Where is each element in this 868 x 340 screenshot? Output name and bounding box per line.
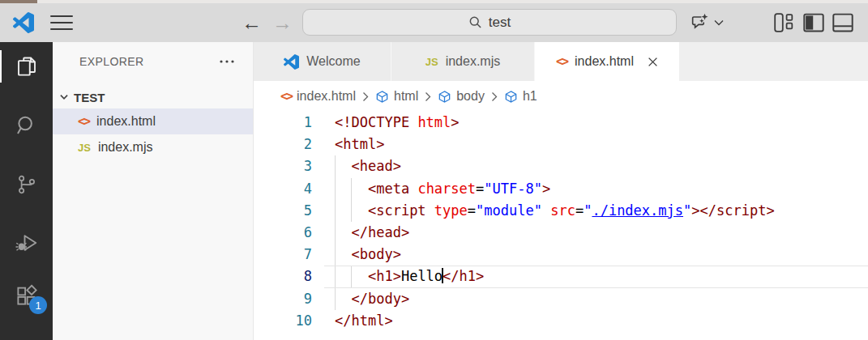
toggle-sidebar-button[interactable] [803, 3, 824, 42]
breadcrumb-label: html [394, 89, 418, 104]
close-tab-button[interactable] [648, 57, 658, 67]
code-token: src [550, 202, 575, 219]
activity-item-source-control[interactable] [0, 165, 53, 204]
line-number[interactable]: 7 [254, 244, 312, 266]
code-token [335, 291, 351, 307]
forward-arrow-button[interactable]: → [272, 3, 293, 42]
tab-index-mjs[interactable]: JSindex.mjs [391, 42, 535, 81]
chevron-down-icon [58, 91, 70, 103]
line-number[interactable]: 2 [254, 134, 312, 155]
code-token [335, 202, 368, 219]
line-content[interactable]: <script type="module" src="./index.mjs">… [324, 200, 868, 222]
code-token: <h1> [368, 268, 401, 284]
close-icon [648, 57, 658, 67]
line-number[interactable]: 3 [254, 155, 312, 177]
code-token [542, 202, 550, 219]
symbol-breadcrumb-icon [504, 90, 518, 104]
line-content[interactable]: <html> [324, 134, 868, 155]
breadcrumb-label: body [456, 89, 485, 104]
explorer-sidebar: EXPLORER TEST <>index.htmlJSindex.mjs [53, 42, 254, 340]
code-token: Hello [401, 268, 443, 284]
code-line-10: 10</html> [254, 310, 868, 332]
breadcrumb-item-index-html[interactable]: <>index.html [280, 89, 356, 104]
code-token: > [542, 181, 550, 197]
chevron-right-icon [362, 91, 369, 102]
tab-label: Welcome [306, 54, 360, 69]
code-token [409, 114, 417, 130]
line-content[interactable]: <body> [324, 244, 868, 266]
line-number[interactable]: 8 [254, 266, 312, 287]
chevron-right-icon [425, 91, 431, 102]
file-label: index.html [96, 114, 156, 129]
activity-item-extensions[interactable]: 1 [0, 276, 53, 315]
line-number[interactable]: 6 [254, 222, 312, 244]
code-editor[interactable]: 1<!DOCTYPE html>2<html>3 <head>4 <meta c… [254, 112, 868, 340]
breadcrumb-item-body[interactable]: body [438, 89, 485, 104]
search-icon [15, 113, 39, 138]
run-debug-icon [15, 231, 39, 255]
tab-label: index.html [575, 54, 634, 69]
symbol-breadcrumb-icon [375, 90, 389, 104]
extensions-badge: 1 [29, 296, 47, 314]
html-file-icon: <> [78, 114, 89, 129]
menu-icon[interactable] [50, 15, 73, 30]
code-token: > [451, 114, 459, 130]
chat-sparkle-icon [689, 12, 710, 33]
back-arrow-button[interactable]: ← [242, 3, 262, 42]
code-token: = [476, 181, 484, 197]
code-line-4: 4 <meta charset="UTF-8"> [254, 178, 868, 200]
code-token: charset [417, 181, 476, 197]
activity-item-run-debug[interactable] [0, 223, 53, 262]
code-token: type [434, 202, 468, 219]
code-token: <script [368, 202, 426, 219]
line-number[interactable]: 1 [254, 112, 312, 134]
code-token: <meta [368, 181, 409, 197]
breadcrumb-item-h1[interactable]: h1 [504, 89, 537, 104]
activity-item-explorer[interactable] [0, 47, 53, 86]
chevron-down-icon [714, 19, 724, 26]
line-content[interactable]: <meta charset="UTF-8"> [324, 178, 868, 200]
code-token: <html> [335, 136, 384, 152]
line-number[interactable]: 5 [254, 200, 312, 222]
more-actions-icon[interactable] [219, 59, 235, 64]
source-control-icon [15, 173, 38, 196]
line-content[interactable]: </body> [324, 288, 868, 310]
line-number[interactable]: 4 [254, 178, 312, 200]
code-line-1: 1<!DOCTYPE html> [254, 112, 868, 134]
tab-welcome[interactable]: Welcome [254, 42, 391, 81]
toggle-panel-button[interactable] [832, 3, 853, 42]
code-token: </h1> [443, 268, 484, 284]
toggle-sidebar-icon [803, 13, 824, 32]
line-content[interactable]: </html> [324, 310, 868, 332]
code-token [335, 268, 368, 284]
activity-item-search[interactable] [0, 106, 53, 145]
code-line-9: 9 </body> [254, 288, 868, 310]
line-content[interactable]: <head> [324, 155, 868, 177]
file-index-mjs[interactable]: JSindex.mjs [53, 134, 253, 160]
file-list: <>index.htmlJSindex.mjs [53, 108, 253, 160]
code-line-5: 5 <script type="module" src="./index.mjs… [254, 200, 868, 222]
line-content[interactable]: <h1>Hello</h1> [324, 266, 868, 287]
line-content[interactable]: <!DOCTYPE html> [324, 112, 868, 134]
copilot-chat-button[interactable] [689, 3, 724, 42]
code-token: ./index.mjs [592, 202, 683, 219]
folder-root-test[interactable]: TEST [53, 86, 253, 108]
tab-index-html[interactable]: <>index.html [535, 42, 679, 81]
breadcrumb-item-html[interactable]: html [375, 89, 418, 104]
code-token: <head> [351, 158, 400, 174]
code-token: "module" [476, 202, 542, 219]
code-token [335, 181, 368, 197]
line-content[interactable]: </head> [324, 222, 868, 244]
line-number[interactable]: 10 [254, 310, 312, 332]
breadcrumb-label: h1 [523, 89, 537, 104]
command-center-search[interactable]: test [302, 9, 677, 36]
code-token: <!DOCTYPE [335, 114, 409, 130]
line-number[interactable]: 9 [254, 288, 312, 310]
code-line-8: 8 <h1>Hello</h1> [254, 266, 868, 287]
code-token: </head> [351, 224, 409, 240]
code-token [409, 181, 417, 197]
customize-layout-button[interactable] [774, 3, 793, 42]
tab-bar: WelcomeJSindex.mjs<>index.html [254, 42, 868, 81]
code-line-6: 6 </head> [254, 222, 868, 244]
file-index-html[interactable]: <>index.html [53, 108, 253, 134]
